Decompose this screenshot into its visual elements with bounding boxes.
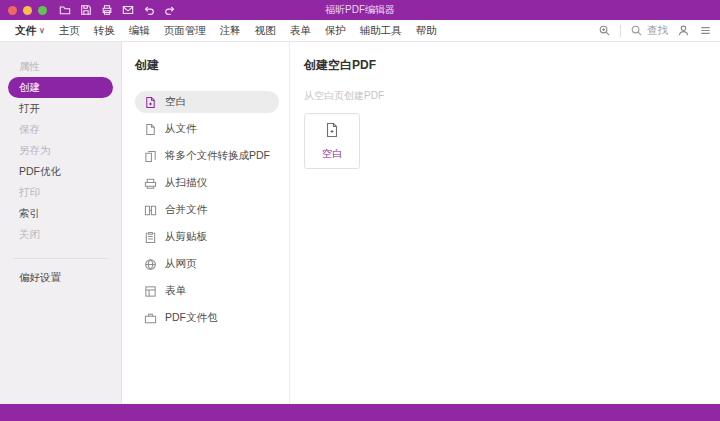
- window-controls: [8, 6, 47, 15]
- sidebar-item-save-as: 另存为: [0, 140, 121, 161]
- sidebar-item-save: 保存: [0, 119, 121, 140]
- create-panel-title: 创建: [135, 57, 289, 74]
- create-item-label: 从文件: [165, 122, 197, 136]
- create-item-label: 将多个文件转换成PDF: [165, 149, 270, 163]
- create-item-label: 从扫描仪: [165, 176, 207, 190]
- menu-view[interactable]: 视图: [248, 24, 283, 38]
- menubar-divider: [620, 25, 621, 37]
- create-item-label: PDF文件包: [165, 311, 218, 325]
- menu-file-label: 文件: [15, 24, 36, 38]
- menu-help[interactable]: 帮助: [409, 24, 444, 38]
- multiple-files-icon: [144, 150, 157, 163]
- sidebar-divider: [13, 258, 108, 259]
- create-item-from-web[interactable]: 从网页: [135, 253, 279, 275]
- mail-icon[interactable]: [122, 4, 134, 16]
- sidebar-item-close: 关闭: [0, 224, 121, 245]
- backstage-content: 属性 创建 打开 保存 另存为 PDF优化 打印 索引 关闭 偏好设置 创建 空…: [0, 42, 720, 404]
- sidebar-item-open[interactable]: 打开: [0, 98, 121, 119]
- create-item-label: 表单: [165, 284, 186, 298]
- search-button[interactable]: 查找: [630, 24, 668, 38]
- create-item-label: 从剪贴板: [165, 230, 207, 244]
- zoom-search-icon[interactable]: [598, 24, 611, 37]
- scanner-icon: [144, 177, 157, 190]
- menubar: 文件 ∨ 主页 转换 编辑 页面管理 注释 视图 表单 保护 辅助工具 帮助 查…: [0, 20, 720, 42]
- more-menu-icon[interactable]: [699, 24, 712, 37]
- print-icon[interactable]: [101, 4, 113, 16]
- create-item-pdf-portfolio[interactable]: PDF文件包: [135, 307, 279, 329]
- create-item-from-scanner[interactable]: 从扫描仪: [135, 172, 279, 194]
- menu-page-manage[interactable]: 页面管理: [157, 24, 213, 38]
- file-sidebar: 属性 创建 打开 保存 另存为 PDF优化 打印 索引 关闭 偏好设置: [0, 42, 122, 404]
- menu-accessibility[interactable]: 辅助工具: [353, 24, 409, 38]
- close-window-button[interactable]: [8, 6, 17, 15]
- sidebar-item-index[interactable]: 索引: [0, 203, 121, 224]
- create-item-label: 从网页: [165, 257, 197, 271]
- sidebar-item-print: 打印: [0, 182, 121, 203]
- create-item-form[interactable]: 表单: [135, 280, 279, 302]
- create-panel: 创建 空白 从文件 将多个: [122, 42, 290, 404]
- menu-edit[interactable]: 编辑: [122, 24, 157, 38]
- create-item-from-clipboard[interactable]: 从剪贴板: [135, 226, 279, 248]
- create-item-label: 合并文件: [165, 203, 207, 217]
- create-item-label: 空白: [165, 95, 186, 109]
- app-window: 福昕PDF编辑器 文件 ∨ 主页 转换 编辑 页面管理 注释 视图 表单 保护 …: [0, 0, 720, 421]
- open-folder-icon[interactable]: [59, 4, 71, 16]
- search-label: 查找: [647, 24, 668, 38]
- create-item-combine-multiple[interactable]: 将多个文件转换成PDF: [135, 145, 279, 167]
- detail-panel-title: 创建空白PDF: [304, 57, 720, 74]
- blank-page-icon: [144, 96, 157, 109]
- chevron-down-icon: ∨: [39, 27, 45, 35]
- menu-convert[interactable]: 转换: [87, 24, 122, 38]
- detail-panel-subtitle: 从空白页创建PDF: [304, 89, 720, 103]
- menu-file[interactable]: 文件 ∨: [8, 24, 52, 38]
- search-icon: [630, 24, 643, 37]
- titlebar: 福昕PDF编辑器: [0, 0, 720, 20]
- menu-home[interactable]: 主页: [52, 24, 87, 38]
- blank-document-icon: [324, 122, 340, 142]
- avatar-icon[interactable]: [677, 24, 690, 37]
- bottom-statusbar: [0, 404, 720, 421]
- pdf-portfolio-icon: [144, 312, 157, 325]
- create-item-blank[interactable]: 空白: [135, 91, 279, 113]
- sidebar-item-create[interactable]: 创建: [8, 77, 113, 98]
- sidebar-item-properties: 属性: [0, 56, 121, 77]
- blank-pdf-card[interactable]: 空白: [304, 113, 360, 169]
- create-item-from-file[interactable]: 从文件: [135, 118, 279, 140]
- create-item-combine-files[interactable]: 合并文件: [135, 199, 279, 221]
- menu-comment[interactable]: 注释: [213, 24, 248, 38]
- menu-protect[interactable]: 保护: [318, 24, 353, 38]
- minimize-window-button[interactable]: [23, 6, 32, 15]
- detail-panel: 创建空白PDF 从空白页创建PDF 空白: [290, 42, 720, 404]
- web-page-icon: [144, 258, 157, 271]
- from-file-icon: [144, 123, 157, 136]
- form-icon: [144, 285, 157, 298]
- menu-form[interactable]: 表单: [283, 24, 318, 38]
- titlebar-quick-tools: [59, 4, 176, 16]
- undo-icon[interactable]: [143, 4, 155, 16]
- blank-card-label: 空白: [322, 147, 342, 161]
- create-list: 空白 从文件 将多个文件转换成PDF: [135, 91, 289, 329]
- sidebar-item-preferences[interactable]: 偏好设置: [0, 267, 121, 288]
- combine-files-icon: [144, 204, 157, 217]
- menubar-right-tools: 查找: [598, 24, 712, 38]
- sidebar-item-pdf-optimize[interactable]: PDF优化: [0, 161, 121, 182]
- save-icon[interactable]: [80, 4, 92, 16]
- maximize-window-button[interactable]: [38, 6, 47, 15]
- clipboard-icon: [144, 231, 157, 244]
- redo-icon[interactable]: [164, 4, 176, 16]
